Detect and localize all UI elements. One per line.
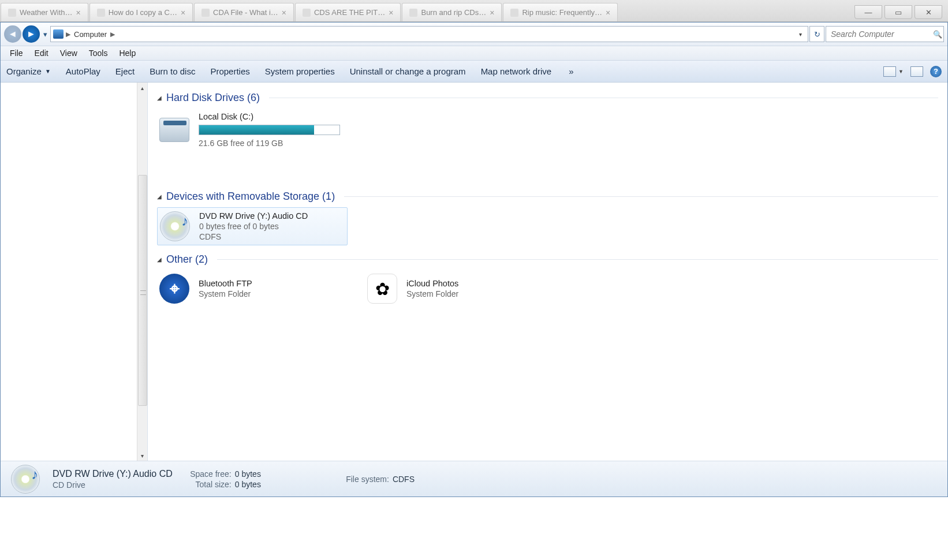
cd-drive-icon <box>11 465 40 494</box>
usage-bar <box>199 125 340 135</box>
window-controls: — ▭ ✕ <box>852 5 942 21</box>
maximize-button[interactable]: ▭ <box>884 5 912 19</box>
chevron-right-icon[interactable]: ▶ <box>110 31 115 38</box>
hard-drive-icon <box>159 118 189 142</box>
drive-free-text: 21.6 GB free of 119 GB <box>199 139 340 148</box>
menu-bar: File Edit View Tools Help <box>1 46 947 61</box>
drive-free-text: 0 bytes free of 0 bytes <box>199 222 308 231</box>
group-hard-disk-drives[interactable]: ◢ Hard Disk Drives (6) <box>157 92 938 104</box>
details-pane: DVD RW Drive (Y:) Audio CD CD Drive Spac… <box>1 461 947 496</box>
tab-3[interactable]: CDS ARE THE PIT…× <box>295 3 401 21</box>
icloud-photos-icon: ✿ <box>367 274 397 304</box>
chevron-down-icon: ▼ <box>45 68 51 74</box>
menu-edit[interactable]: Edit <box>30 47 53 59</box>
item-name: iCloud Photos <box>406 279 458 288</box>
nav-history-dropdown[interactable]: ▾ <box>41 26 49 42</box>
close-button[interactable]: ✕ <box>915 5 942 19</box>
tab-1[interactable]: How do I copy a C…× <box>89 3 193 21</box>
tab-5[interactable]: Rip music: Frequently…× <box>503 3 618 21</box>
scroll-up-button[interactable]: ▴ <box>137 83 147 93</box>
search-input[interactable] <box>831 29 933 39</box>
search-icon[interactable]: 🔍 <box>933 30 942 39</box>
forward-button[interactable]: ► <box>23 25 40 43</box>
menu-file[interactable]: File <box>5 47 28 59</box>
total-size-value: 0 bytes <box>235 480 261 489</box>
filesystem-value: CDFS <box>393 475 415 484</box>
item-bluetooth-ftp[interactable]: ⌖ Bluetooth FTP System Folder <box>157 270 348 307</box>
status-title: DVD RW Drive (Y:) Audio CD <box>53 469 173 479</box>
space-free-label: Space free: <box>185 469 232 479</box>
navigation-pane[interactable]: ▴ ▾ <box>1 83 148 461</box>
menu-tools[interactable]: Tools <box>84 47 113 59</box>
help-button[interactable]: ? <box>930 66 942 77</box>
autoplay-button[interactable]: AutoPlay <box>66 66 100 76</box>
group-removable-storage[interactable]: ◢ Devices with Removable Storage (1) <box>157 191 938 203</box>
scroll-thumb[interactable] <box>138 175 147 406</box>
item-icloud-photos[interactable]: ✿ iCloud Photos System Folder <box>365 270 555 307</box>
group-other[interactable]: ◢ Other (2) <box>157 253 938 266</box>
toolbar-overflow-button[interactable]: » <box>569 66 573 76</box>
tab-0[interactable]: Weather With…× <box>1 3 88 21</box>
refresh-button[interactable]: ↻ <box>809 26 824 42</box>
filesystem-label: File system: <box>343 475 389 484</box>
burn-to-disc-button[interactable]: Burn to disc <box>150 66 195 76</box>
drive-name: DVD RW Drive (Y:) Audio CD <box>199 211 308 221</box>
system-properties-button[interactable]: System properties <box>265 66 335 76</box>
close-icon[interactable]: × <box>389 8 393 17</box>
close-icon[interactable]: × <box>76 8 81 17</box>
tab-4[interactable]: Burn and rip CDs…× <box>402 3 502 21</box>
close-icon[interactable]: × <box>181 8 185 17</box>
total-size-label: Total size: <box>185 480 232 489</box>
menu-help[interactable]: Help <box>114 47 140 59</box>
view-options-button[interactable]: ▼ <box>883 66 904 77</box>
collapse-icon[interactable]: ◢ <box>157 256 162 263</box>
close-icon[interactable]: × <box>282 8 286 17</box>
sidebar-scrollbar[interactable]: ▴ ▾ <box>137 83 147 461</box>
close-icon[interactable]: × <box>606 8 610 17</box>
organize-button[interactable]: Organize▼ <box>6 66 51 76</box>
bluetooth-icon: ⌖ <box>159 274 189 304</box>
content-pane[interactable]: ◢ Hard Disk Drives (6) Local Disk (C:) 2… <box>148 83 947 461</box>
cd-drive-icon <box>160 211 190 241</box>
command-bar: Organize▼ AutoPlay Eject Burn to disc Pr… <box>1 61 947 83</box>
item-sub: System Folder <box>406 289 458 298</box>
explorer-window: ◄ ► ▾ ▶ Computer ▶ ▾ ↻ 🔍 File Edit View … <box>0 22 948 497</box>
address-bar[interactable]: ▶ Computer ▶ ▾ <box>50 26 808 42</box>
properties-button[interactable]: Properties <box>210 66 249 76</box>
map-network-drive-button[interactable]: Map network drive <box>481 66 552 76</box>
drive-local-disk-c[interactable]: Local Disk (C:) 21.6 GB free of 119 GB <box>157 109 348 151</box>
back-button[interactable]: ◄ <box>4 25 21 43</box>
item-name: Bluetooth FTP <box>199 279 252 288</box>
chevron-right-icon[interactable]: ▶ <box>66 31 70 38</box>
menu-view[interactable]: View <box>55 47 82 59</box>
drive-fs: CDFS <box>199 232 308 241</box>
eject-button[interactable]: Eject <box>115 66 135 76</box>
search-box[interactable]: 🔍 <box>826 26 944 42</box>
collapse-icon[interactable]: ◢ <box>157 95 162 101</box>
status-type: CD Drive <box>53 480 173 490</box>
minimize-button[interactable]: — <box>854 5 882 19</box>
nav-bar: ◄ ► ▾ ▶ Computer ▶ ▾ ↻ 🔍 <box>1 23 947 46</box>
view-icon <box>883 66 896 77</box>
collapse-icon[interactable]: ◢ <box>157 193 162 200</box>
computer-icon <box>53 29 64 39</box>
breadcrumb-computer[interactable]: Computer <box>70 29 110 40</box>
uninstall-program-button[interactable]: Uninstall or change a program <box>350 66 466 76</box>
close-icon[interactable]: × <box>490 8 494 17</box>
scroll-down-button[interactable]: ▾ <box>137 450 147 461</box>
preview-pane-button[interactable] <box>910 66 923 77</box>
drive-name: Local Disk (C:) <box>199 112 340 121</box>
item-sub: System Folder <box>199 289 252 298</box>
browser-tabs: Weather With…× How do I copy a C…× CDA F… <box>0 0 948 22</box>
address-dropdown[interactable]: ▾ <box>796 31 805 38</box>
tab-2[interactable]: CDA File - What i…× <box>194 3 294 21</box>
drive-dvd-rw[interactable]: DVD RW Drive (Y:) Audio CD 0 bytes free … <box>157 207 348 245</box>
space-free-value: 0 bytes <box>235 469 261 479</box>
